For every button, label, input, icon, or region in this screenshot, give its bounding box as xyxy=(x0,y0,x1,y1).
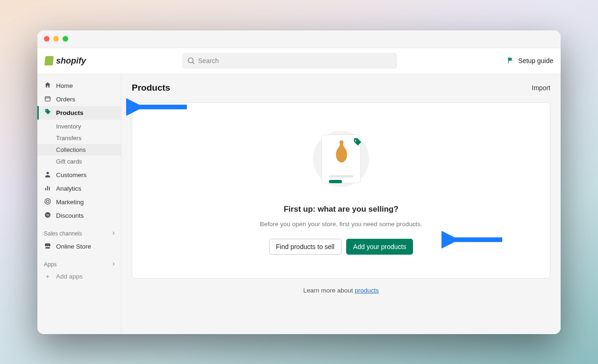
sidebar-item-products[interactable]: Products xyxy=(37,106,121,120)
store-icon xyxy=(44,242,51,251)
chevron-right-icon[interactable] xyxy=(111,230,116,237)
svg-text:%: % xyxy=(46,213,50,217)
svg-point-0 xyxy=(188,58,193,63)
empty-state-title: First up: what are you selling? xyxy=(284,205,399,214)
discount-icon: % xyxy=(44,211,51,220)
svg-point-3 xyxy=(46,171,49,174)
sidebar-item-customers[interactable]: Customers xyxy=(37,168,121,182)
learn-more-text: Learn more about products xyxy=(121,287,561,303)
vase-icon xyxy=(334,139,349,164)
minimize-window-icon[interactable] xyxy=(53,36,59,42)
search-box xyxy=(182,53,397,69)
setup-guide-link[interactable]: Setup guide xyxy=(507,57,553,65)
sidebar-item-label: Home xyxy=(56,82,73,89)
brand-name: shopify xyxy=(56,56,86,66)
subnav-label: Transfers xyxy=(56,135,81,142)
sidebar-item-discounts[interactable]: % Discounts xyxy=(37,209,121,222)
svg-point-7 xyxy=(45,199,50,204)
import-link[interactable]: Import xyxy=(532,84,550,92)
subnav-gift-cards[interactable]: Gift cards xyxy=(37,156,121,167)
subnav-label: Gift cards xyxy=(56,158,82,165)
add-apps-link[interactable]: + Add apps xyxy=(37,271,121,282)
subnav-transfers[interactable]: Transfers xyxy=(37,132,121,144)
apps-heading: Apps xyxy=(37,259,121,271)
add-apps-label: Add apps xyxy=(56,273,83,280)
page-title: Products xyxy=(132,83,170,93)
section-label: Apps xyxy=(44,261,57,268)
sales-channels-heading: Sales channels xyxy=(37,228,121,240)
sidebar-item-analytics[interactable]: Analytics xyxy=(37,182,121,195)
sidebar-item-label: Products xyxy=(56,109,84,116)
products-subnav: Inventory Transfers Collections Gift car… xyxy=(37,120,121,168)
sidebar-item-label: Marketing xyxy=(56,199,84,206)
sidebar-item-label: Discounts xyxy=(56,212,84,219)
orders-icon xyxy=(44,95,51,104)
app-window: shopify Setup guide Home xyxy=(37,30,561,334)
find-products-button[interactable]: Find products to sell xyxy=(269,239,342,255)
empty-state-card: First up: what are you selling? Before y… xyxy=(132,102,550,278)
learn-more-prefix: Learn more about xyxy=(303,287,355,294)
subnav-collections[interactable]: Collections xyxy=(37,144,121,156)
learn-more-link[interactable]: products xyxy=(355,287,379,294)
window-controls xyxy=(44,36,68,42)
sidebar-item-label: Online Store xyxy=(56,243,91,250)
setup-guide-label: Setup guide xyxy=(518,57,553,64)
home-icon xyxy=(44,81,51,90)
svg-point-8 xyxy=(46,200,49,202)
sidebar-item-online-store[interactable]: Online Store xyxy=(37,240,121,253)
empty-state-subtitle: Before you open your store, first you ne… xyxy=(260,221,422,228)
search-input[interactable] xyxy=(182,53,397,69)
svg-point-11 xyxy=(355,140,356,141)
target-icon xyxy=(44,198,51,207)
maximize-window-icon[interactable] xyxy=(63,36,68,42)
price-tag-icon xyxy=(352,137,363,148)
section-label: Sales channels xyxy=(44,230,82,237)
sidebar-item-label: Analytics xyxy=(56,185,81,192)
sidebar-item-orders[interactable]: Orders xyxy=(37,93,121,106)
top-bar: shopify Setup guide xyxy=(37,48,561,74)
svg-rect-2 xyxy=(45,97,50,101)
subnav-label: Collections xyxy=(56,146,86,153)
svg-rect-5 xyxy=(47,186,48,190)
sidebar: Home Orders Products Inventory Transfers… xyxy=(37,74,121,334)
brand-logo[interactable]: shopify xyxy=(45,56,86,66)
empty-state-illustration xyxy=(313,131,369,187)
analytics-icon xyxy=(44,184,51,193)
plus-icon: + xyxy=(44,273,51,280)
svg-line-1 xyxy=(192,62,194,64)
sidebar-item-marketing[interactable]: Marketing xyxy=(37,195,121,209)
flag-icon xyxy=(507,57,514,65)
add-products-button[interactable]: Add your products xyxy=(346,239,413,255)
sidebar-item-label: Customers xyxy=(56,171,86,178)
svg-rect-4 xyxy=(45,188,46,190)
chevron-right-icon[interactable] xyxy=(111,261,116,268)
window-titlebar xyxy=(37,30,561,48)
shopify-bag-icon xyxy=(44,56,54,65)
svg-rect-6 xyxy=(49,187,50,190)
subnav-inventory[interactable]: Inventory xyxy=(37,121,121,132)
sidebar-item-home[interactable]: Home xyxy=(37,79,121,93)
tag-icon xyxy=(44,108,51,117)
close-window-icon[interactable] xyxy=(44,36,50,42)
sidebar-item-label: Orders xyxy=(56,96,75,103)
search-icon xyxy=(187,57,195,67)
person-icon xyxy=(44,171,51,179)
subnav-label: Inventory xyxy=(56,123,81,130)
main-content: Products Import First up: what are yo xyxy=(121,74,561,334)
